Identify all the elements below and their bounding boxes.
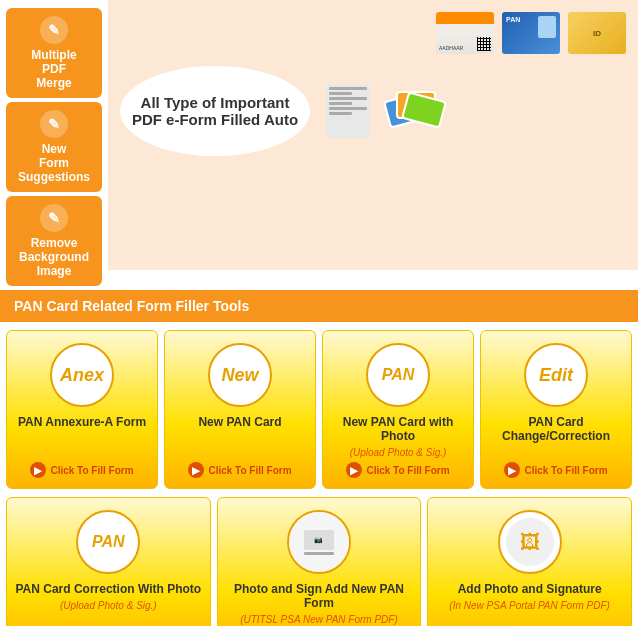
photo-sign-subtitle: (UTITSL PSA New PAN Form PDF)	[240, 614, 398, 625]
cards-row-2: PAN PAN Card Correction With Photo (Uplo…	[0, 497, 638, 626]
add-photo-icon: 🖼	[506, 518, 554, 566]
pan-correction-photo-title: PAN Card Correction With Photo	[15, 582, 201, 596]
pan-annexure-a-title: PAN Annexure-A Form	[18, 415, 146, 429]
arrow-icon-4: ▶	[504, 462, 520, 478]
cards-row-1: Anex PAN Annexure-A Form ▶ Click To Fill…	[0, 322, 638, 497]
pan-card-change-title: PAN Card Change/Correction	[489, 415, 623, 443]
add-photo-logo: 🖼	[498, 510, 562, 574]
main-banner: All Type of Important PDF e-Form Filled …	[120, 66, 310, 156]
pan-annexure-a-card[interactable]: Anex PAN Annexure-A Form ▶ Click To Fill…	[6, 330, 158, 489]
photo-box: 📷	[304, 530, 334, 550]
new-pan-card-photo-card[interactable]: PAN New PAN Card with Photo (Upload Phot…	[322, 330, 474, 489]
section-header: PAN Card Related Form Filler Tools	[0, 290, 638, 322]
pan-annexure-a-action[interactable]: ▶ Click To Fill Form	[30, 462, 133, 478]
photo-sign-title: Photo and Sign Add New PAN Form	[226, 582, 413, 610]
remove-background-button[interactable]: ✎ Remove Background Image	[6, 196, 102, 286]
pan-correction-photo-card[interactable]: PAN PAN Card Correction With Photo (Uplo…	[6, 497, 211, 626]
add-photo-signature-card[interactable]: 🖼 Add Photo and Signature (In New PSA Po…	[427, 497, 632, 626]
new-form-suggestions-button[interactable]: ✎ New Form Suggestions	[6, 102, 102, 192]
pan-correction-photo-logo: PAN	[76, 510, 140, 574]
banner-row: All Type of Important PDF e-Form Filled …	[120, 66, 626, 156]
new-pan-card-photo-title: New PAN Card with Photo	[331, 415, 465, 443]
yellow-card-image: ID	[568, 12, 626, 54]
pan-card-blue-image: PAN	[502, 12, 560, 54]
new-pan-card-logo: New	[208, 343, 272, 407]
add-photo-title: Add Photo and Signature	[458, 582, 602, 596]
arrow-icon-3: ▶	[346, 462, 362, 478]
multiple-pdf-merge-icon: ✎	[40, 16, 68, 44]
pan-annexure-a-logo: Anex	[50, 343, 114, 407]
sidebar: ✎ Multiple PDF Merge ✎ New Form Suggesti…	[0, 0, 108, 290]
remove-background-icon: ✎	[40, 204, 68, 232]
arrow-icon-2: ▶	[188, 462, 204, 478]
add-photo-subtitle: (In New PSA Portal PAN Form PDF)	[449, 600, 610, 611]
new-form-suggestions-icon: ✎	[40, 110, 68, 138]
doc-images-row: AADHAAR PAN ID	[120, 12, 626, 54]
multiple-pdf-merge-button[interactable]: ✎ Multiple PDF Merge	[6, 8, 102, 98]
new-pan-card-photo-logo: PAN	[366, 343, 430, 407]
new-pan-card-photo-action[interactable]: ▶ Click To Fill Form	[346, 462, 449, 478]
form-image	[326, 84, 370, 138]
pan-card-change-card[interactable]: Edit PAN Card Change/Correction ▶ Click …	[480, 330, 632, 489]
new-pan-card-card[interactable]: New New PAN Card ▶ Click To Fill Form	[164, 330, 316, 489]
photo-sign-new-pan-card[interactable]: 📷 Photo and Sign Add New PAN Form (UTITS…	[217, 497, 422, 626]
photo-sign-logo: 📷	[287, 510, 351, 574]
cards-fan-image	[386, 86, 446, 136]
app-layout: ✎ Multiple PDF Merge ✎ New Form Suggesti…	[0, 0, 638, 626]
pan-correction-photo-subtitle: (Upload Photo & Sig.)	[60, 600, 157, 611]
aadhar-card-image: AADHAAR	[436, 12, 494, 54]
pan-card-change-action[interactable]: ▶ Click To Fill Form	[504, 462, 607, 478]
new-pan-card-title: New PAN Card	[198, 415, 281, 429]
new-pan-card-action[interactable]: ▶ Click To Fill Form	[188, 462, 291, 478]
arrow-icon: ▶	[30, 462, 46, 478]
pan-card-change-logo: Edit	[524, 343, 588, 407]
main-top-area: AADHAAR PAN ID All Type	[108, 0, 638, 290]
sign-line	[304, 552, 334, 555]
top-section: ✎ Multiple PDF Merge ✎ New Form Suggesti…	[0, 0, 638, 290]
new-pan-card-photo-subtitle: (Upload Photo & Sig.)	[350, 447, 447, 458]
